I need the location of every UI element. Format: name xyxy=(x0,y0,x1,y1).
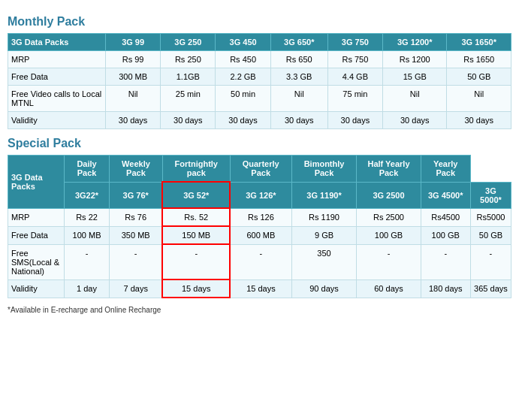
special-pack-weekly: Weekly Pack xyxy=(110,156,163,183)
monthly-col-header-5: 3G 1200* xyxy=(383,34,447,51)
monthly-cell: Rs 450 xyxy=(216,51,270,68)
special-code-quarterly: 3G 126* xyxy=(230,182,291,208)
monthly-cell: 25 min xyxy=(161,86,216,112)
special-cell: - xyxy=(470,244,511,279)
special-row-label: Validity xyxy=(8,279,65,298)
special-cell: 15 days xyxy=(162,279,230,298)
monthly-col-header-4: 3G 750 xyxy=(327,34,382,51)
special-row: Free Data100 MB350 MB150 MB600 MB9 GB100… xyxy=(8,226,511,244)
monthly-cell: 30 days xyxy=(161,112,216,129)
special-pack-daily: Daily Pack xyxy=(65,156,110,183)
monthly-cell: 30 days xyxy=(270,112,327,129)
special-pack-name-row: 3G Data Packs Daily Pack Weekly Pack For… xyxy=(8,156,511,183)
special-cell: Rs4500 xyxy=(421,208,470,226)
special-cell: - xyxy=(162,244,230,279)
monthly-cell: 1.1GB xyxy=(161,68,216,86)
special-cell: 100 MB xyxy=(65,226,110,244)
monthly-cell: Rs 1650 xyxy=(447,51,511,68)
special-pack-section: Special Pack 3G Data Packs Daily Pack We… xyxy=(8,137,511,314)
special-cell: 100 GB xyxy=(357,226,421,244)
special-cell: 50 GB xyxy=(470,226,511,244)
special-pack-fortnightly: Fortnightly pack xyxy=(162,156,230,183)
special-cell: - xyxy=(421,244,470,279)
special-cell: 9 GB xyxy=(291,226,357,244)
special-pack-quarterly: Quarterly Pack xyxy=(230,156,291,183)
monthly-cell: 75 min xyxy=(327,86,382,112)
monthly-cell: Rs 99 xyxy=(106,51,161,68)
monthly-cell: 300 MB xyxy=(106,68,161,86)
special-row: Validity1 day7 days15 days15 days90 days… xyxy=(8,279,511,298)
monthly-row: MRPRs 99Rs 250Rs 450Rs 650Rs 750Rs 1200R… xyxy=(8,51,511,68)
monthly-cell: 50 min xyxy=(216,86,270,112)
special-cell: Rs 1190 xyxy=(291,208,357,226)
special-pack-title: Special Pack xyxy=(8,137,511,150)
special-cell: - xyxy=(230,244,291,279)
special-cell: Rs 76 xyxy=(110,208,163,226)
special-cell: 180 days xyxy=(421,279,470,298)
monthly-col-header-0: 3G 99 xyxy=(106,34,161,51)
monthly-row: Free Data300 MB1.1GB2.2 GB3.3 GB4.4 GB15… xyxy=(8,68,511,86)
special-code-yearly-col2: 3G 5000* xyxy=(470,182,511,208)
monthly-row-label: Free Video calls to Local MTNL xyxy=(8,86,106,112)
monthly-header-row: 3G Data Packs 3G 99 3G 250 3G 450 3G 650… xyxy=(8,34,511,51)
special-cell: - xyxy=(357,244,421,279)
monthly-cell: 30 days xyxy=(383,112,447,129)
monthly-cell: 30 days xyxy=(106,112,161,129)
special-cell: 100 GB xyxy=(421,226,470,244)
special-cell: 365 days xyxy=(470,279,511,298)
special-code-weekly: 3G 76* xyxy=(110,182,163,208)
special-cell: Rs 22 xyxy=(65,208,110,226)
special-pack-bimonthly: Bimonthly Pack xyxy=(291,156,357,183)
monthly-cell: Nil xyxy=(270,86,327,112)
monthly-cell: Rs 1200 xyxy=(383,51,447,68)
special-cell: Rs. 52 xyxy=(162,208,230,226)
special-row-label: MRP xyxy=(8,208,65,226)
monthly-row-label: Validity xyxy=(8,112,106,129)
special-code-halfyearly: 3G 2500 xyxy=(357,182,421,208)
special-code-bimonthly: 3G 1190* xyxy=(291,182,357,208)
monthly-cell: 15 GB xyxy=(383,68,447,86)
monthly-col-header-label: 3G Data Packs xyxy=(8,34,106,51)
monthly-cell: 3.3 GB xyxy=(270,68,327,86)
special-row-label: Free Data xyxy=(8,226,65,244)
special-cell: - xyxy=(110,244,163,279)
special-cell: - xyxy=(65,244,110,279)
special-pack-code-row: 3G22* 3G 76* 3G 52* 3G 126* 3G 1190* 3G … xyxy=(8,182,511,208)
special-row-header: 3G Data Packs xyxy=(8,156,65,209)
monthly-cell: Nil xyxy=(383,86,447,112)
special-cell: 350 MB xyxy=(110,226,163,244)
monthly-cell: 30 days xyxy=(327,112,382,129)
special-cell: 1 day xyxy=(65,279,110,298)
special-cell: 60 days xyxy=(357,279,421,298)
monthly-col-header-1: 3G 250 xyxy=(161,34,216,51)
monthly-cell: 30 days xyxy=(216,112,270,129)
monthly-col-header-3: 3G 650* xyxy=(270,34,327,51)
monthly-cell: 4.4 GB xyxy=(327,68,382,86)
special-cell: 90 days xyxy=(291,279,357,298)
monthly-row-label: Free Data xyxy=(8,68,106,86)
special-code-daily: 3G22* xyxy=(65,182,110,208)
monthly-cell: 30 days xyxy=(447,112,511,129)
special-code-fortnightly: 3G 52* xyxy=(162,182,230,208)
monthly-pack-title: Monthly Pack xyxy=(8,15,511,29)
monthly-cell: Rs 250 xyxy=(161,51,216,68)
special-cell: Rs 2500 xyxy=(357,208,421,226)
monthly-cell: Rs 650 xyxy=(270,51,327,68)
monthly-row: Validity30 days30 days30 days30 days30 d… xyxy=(8,112,511,129)
special-cell: 7 days xyxy=(110,279,163,298)
monthly-cell: Nil xyxy=(447,86,511,112)
monthly-cell: 2.2 GB xyxy=(216,68,270,86)
monthly-row-label: MRP xyxy=(8,51,106,68)
special-pack-halfyearly: Half Yearly Pack xyxy=(357,156,421,183)
monthly-col-header-6: 3G 1650* xyxy=(447,34,511,51)
special-cell: 600 MB xyxy=(230,226,291,244)
special-cell: Rs5000 xyxy=(470,208,511,226)
monthly-row: Free Video calls to Local MTNLNil25 min5… xyxy=(8,86,511,112)
footnote: *Available in E-recharge and Online Rech… xyxy=(8,306,511,314)
monthly-cell: 50 GB xyxy=(447,68,511,86)
special-row: Free SMS(Local & National)----350--- xyxy=(8,244,511,279)
special-code-yearly-col1: 3G 4500* xyxy=(421,182,470,208)
monthly-col-header-2: 3G 450 xyxy=(216,34,270,51)
special-cell: 350 xyxy=(291,244,357,279)
special-cell: 15 days xyxy=(230,279,291,298)
